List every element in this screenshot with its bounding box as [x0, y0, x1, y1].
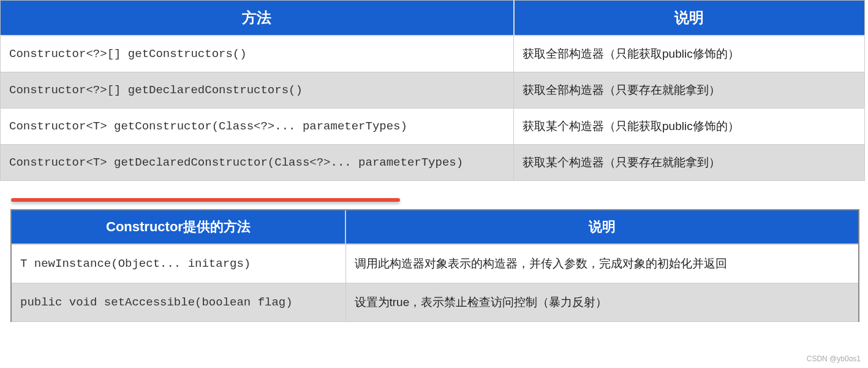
divider-red-line [11, 198, 400, 202]
table-row: T newInstance(Object... initargs) 调用此构造器… [12, 244, 858, 283]
table-row: Constructor<?>[] getDeclaredConstructors… [1, 72, 865, 109]
desc-cell: 获取某个构造器（只要存在就能拿到） [514, 145, 865, 181]
desc-cell: 获取全部构造器（只要存在就能拿到） [514, 72, 865, 109]
desc-cell: 调用此构造器对象表示的构造器，并传入参数，完成对象的初始化并返回 [345, 244, 858, 283]
table-row: public void setAccessible(boolean flag) … [12, 283, 858, 322]
table-row: Constructor<T> getDeclaredConstructor(Cl… [1, 145, 865, 181]
table1-header-method: 方法 [1, 1, 514, 36]
method-cell: Constructor<?>[] getDeclaredConstructors… [1, 72, 514, 109]
table-row: Constructor<T> getConstructor(Class<?>..… [1, 109, 865, 145]
methods-table-2: Constructor提供的方法 说明 T newInstance(Object… [12, 210, 858, 322]
method-cell: Constructor<?>[] getConstructors() [1, 36, 514, 72]
table2-header-method: Constructor提供的方法 [12, 210, 345, 244]
method-cell: T newInstance(Object... initargs) [12, 244, 345, 283]
desc-cell: 获取全部构造器（只能获取public修饰的） [514, 36, 865, 72]
method-cell: Constructor<T> getConstructor(Class<?>..… [1, 109, 514, 145]
methods-table-1: 方法 说明 Constructor<?>[] getConstructors()… [0, 0, 865, 181]
desc-cell: 获取某个构造器（只能获取public修饰的） [514, 109, 865, 145]
table-row: Constructor<?>[] getConstructors() 获取全部构… [1, 36, 865, 72]
method-cell: public void setAccessible(boolean flag) [12, 283, 345, 322]
desc-cell: 设置为true，表示禁止检查访问控制（暴力反射） [345, 283, 858, 322]
method-cell: Constructor<T> getDeclaredConstructor(Cl… [1, 145, 514, 181]
table2-wrapper: Constructor提供的方法 说明 T newInstance(Object… [10, 209, 859, 322]
table2-header-desc: 说明 [345, 210, 858, 244]
table1-header-desc: 说明 [514, 1, 865, 36]
watermark-text: CSDN @yb0os1 [807, 355, 861, 363]
